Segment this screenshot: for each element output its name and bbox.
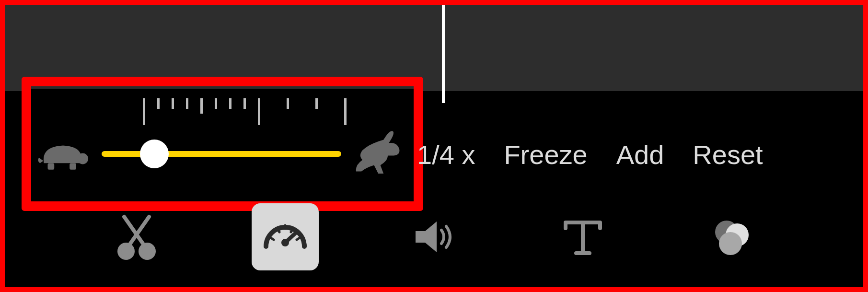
scissors-icon bbox=[113, 213, 161, 261]
speed-options: 1/4 x Freeze Add Reset bbox=[417, 139, 763, 170]
svg-line-9 bbox=[271, 238, 274, 240]
speed-reset-button[interactable]: Reset bbox=[693, 139, 763, 170]
speed-freeze-button[interactable]: Freeze bbox=[504, 139, 587, 170]
svg-rect-1 bbox=[48, 163, 55, 170]
text-tool[interactable] bbox=[549, 203, 616, 270]
turtle-icon bbox=[35, 136, 91, 174]
speed-tool[interactable] bbox=[252, 203, 319, 270]
speed-add-button[interactable]: Add bbox=[616, 139, 664, 170]
timeline-preview bbox=[5, 5, 863, 91]
text-icon bbox=[559, 213, 607, 261]
editor-toolbar bbox=[5, 196, 863, 278]
svg-line-10 bbox=[278, 229, 279, 232]
svg-line-12 bbox=[291, 229, 293, 232]
speed-quarter-button[interactable]: 1/4 x bbox=[417, 139, 475, 170]
svg-line-13 bbox=[297, 238, 300, 240]
timeline-playhead[interactable] bbox=[442, 5, 445, 103]
svg-point-16 bbox=[719, 232, 742, 255]
speed-slider-track bbox=[102, 151, 341, 157]
svg-rect-2 bbox=[69, 163, 76, 170]
speed-panel bbox=[30, 89, 418, 194]
color-filter-icon bbox=[707, 213, 755, 261]
svg-line-8 bbox=[285, 232, 297, 243]
svg-point-3 bbox=[119, 245, 133, 258]
volume-tool[interactable] bbox=[400, 203, 467, 270]
speedometer-icon bbox=[261, 213, 309, 261]
speed-slider-thumb[interactable] bbox=[140, 140, 169, 168]
filter-tool[interactable] bbox=[698, 203, 765, 270]
speed-slider[interactable] bbox=[102, 151, 341, 157]
speaker-icon bbox=[410, 213, 458, 261]
svg-point-4 bbox=[140, 245, 154, 258]
speed-ruler bbox=[143, 98, 363, 132]
cut-tool[interactable] bbox=[103, 203, 170, 270]
svg-point-0 bbox=[77, 153, 88, 164]
rabbit-icon bbox=[346, 126, 408, 179]
